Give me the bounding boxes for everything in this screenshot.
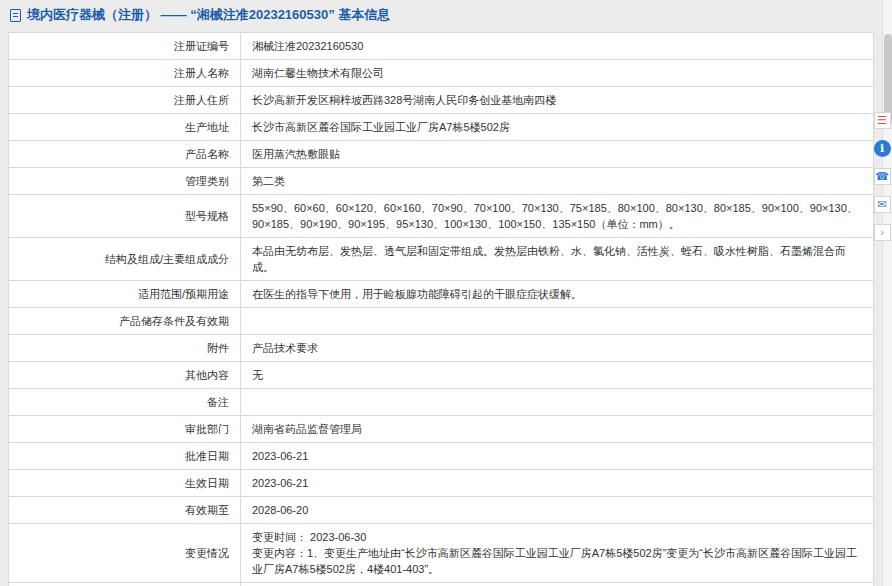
table-row: 其他内容无: [9, 362, 874, 389]
table-row: 注册人名称湖南仁馨生物技术有限公司: [9, 60, 874, 87]
row-label: 注: [9, 583, 241, 586]
row-value: 详情: [241, 583, 874, 586]
collapse-arrow-icon[interactable]: ›: [874, 224, 891, 241]
page-header: 境内医疗器械（注册） —— “湘械注准20232160530” 基本信息: [0, 0, 892, 30]
row-label: 附件: [9, 335, 241, 362]
row-value: 本品由无纺布层、发热层、透气层和固定带组成。发热层由铁粉、水、氯化钠、活性炭、蛭…: [241, 238, 874, 281]
table-row: 生产地址长沙市高新区麓谷国际工业园工业厂房A7栋5楼502房: [9, 114, 874, 141]
table-row: 审批部门湖南省药品监督管理局: [9, 416, 874, 443]
row-value: 变更时间： 2023-06-30 变更内容：1、变更生产地址由“长沙市高新区麓谷…: [241, 524, 874, 583]
row-value: 在医生的指导下使用，用于睑板腺功能障碍引起的干眼症症状缓解。: [241, 281, 874, 308]
floating-toolbar: ☰ℹ☎✉›: [873, 112, 891, 241]
row-value: 湖南仁馨生物技术有限公司: [241, 60, 874, 87]
row-value: 长沙市高新区麓谷国际工业园工业厂房A7栋5楼502房: [241, 114, 874, 141]
table-row: 适用范围/预期用途在医生的指导下使用，用于睑板腺功能障碍引起的干眼症症状缓解。: [9, 281, 874, 308]
row-value: 55×90、60×60、60×120、60×160、70×90、70×100、7…: [241, 195, 874, 238]
row-label: 生效日期: [9, 470, 241, 497]
row-label: 管理类别: [9, 168, 241, 195]
table-row: 附件产品技术要求: [9, 335, 874, 362]
row-label: 型号规格: [9, 195, 241, 238]
row-label: 生产地址: [9, 114, 241, 141]
page-title: 境内医疗器械（注册） —— “湘械注准20232160530” 基本信息: [27, 6, 390, 24]
row-value: 无: [241, 362, 874, 389]
row-value: 湖南省药品监督管理局: [241, 416, 874, 443]
table-row: 产品名称医用蒸汽热敷眼贴: [9, 141, 874, 168]
row-label: 其他内容: [9, 362, 241, 389]
row-label: 变更情况: [9, 524, 241, 583]
table-row: 管理类别第二类: [9, 168, 874, 195]
table-row: 备注: [9, 389, 874, 416]
table-row: 结构及组成/主要组成成分本品由无纺布层、发热层、透气层和固定带组成。发热层由铁粉…: [9, 238, 874, 281]
vertical-scrollbar[interactable]: [882, 0, 892, 586]
row-value: 2028-06-20: [241, 497, 874, 524]
row-label: 产品储存条件及有效期: [9, 308, 241, 335]
row-label: 备注: [9, 389, 241, 416]
row-label: 审批部门: [9, 416, 241, 443]
row-label: 批准日期: [9, 443, 241, 470]
row-value: 产品技术要求: [241, 335, 874, 362]
row-value: [241, 308, 874, 335]
row-value: 2023-06-21: [241, 443, 874, 470]
table-row: 有效期至2028-06-20: [9, 497, 874, 524]
table-row: 注册证编号湘械注准20232160530: [9, 33, 874, 60]
row-value: 2023-06-21: [241, 470, 874, 497]
red-notice-icon[interactable]: ☰: [874, 112, 891, 129]
table-row: 变更情况变更时间： 2023-06-30 变更内容：1、变更生产地址由“长沙市高…: [9, 524, 874, 583]
phone-icon[interactable]: ☎: [874, 168, 891, 185]
table-row: 批准日期2023-06-21: [9, 443, 874, 470]
row-label: 适用范围/预期用途: [9, 281, 241, 308]
row-value: 湘械注准20232160530: [241, 33, 874, 60]
table-row: 产品储存条件及有效期: [9, 308, 874, 335]
row-label: 有效期至: [9, 497, 241, 524]
row-label: 产品名称: [9, 141, 241, 168]
row-value: 第二类: [241, 168, 874, 195]
table-row: 注详情: [9, 583, 874, 586]
row-label: 结构及组成/主要组成成分: [9, 238, 241, 281]
table-row: 注册人住所长沙高新开发区桐梓坡西路328号湖南人民印务创业基地南四楼: [9, 87, 874, 114]
row-label: 注册证编号: [9, 33, 241, 60]
row-label: 注册人名称: [9, 60, 241, 87]
info-circle-icon[interactable]: ℹ: [874, 140, 891, 157]
table-row: 生效日期2023-06-21: [9, 470, 874, 497]
table-row: 型号规格55×90、60×60、60×120、60×160、70×90、70×1…: [9, 195, 874, 238]
document-icon: [10, 9, 21, 22]
message-icon[interactable]: ✉: [874, 196, 891, 213]
row-value: [241, 389, 874, 416]
row-value: 医用蒸汽热敷眼贴: [241, 141, 874, 168]
registration-info-table: 注册证编号湘械注准20232160530注册人名称湖南仁馨生物技术有限公司注册人…: [8, 32, 874, 586]
row-value: 长沙高新开发区桐梓坡西路328号湖南人民印务创业基地南四楼: [241, 87, 874, 114]
row-label: 注册人住所: [9, 87, 241, 114]
